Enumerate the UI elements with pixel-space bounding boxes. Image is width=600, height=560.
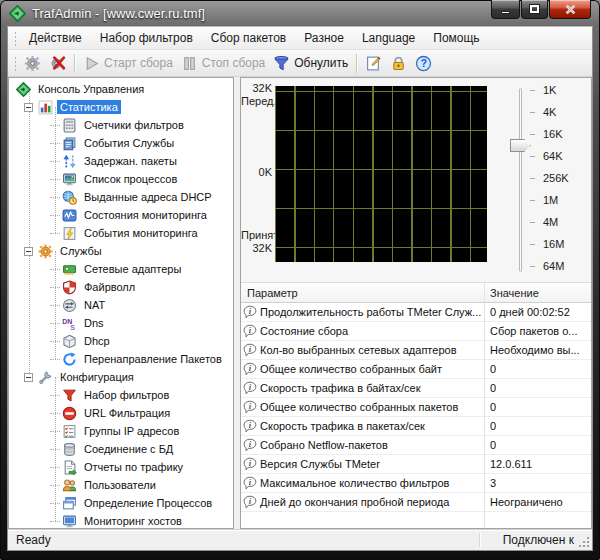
start-label: Старт сбора (104, 56, 173, 70)
client-area: ДействиеНабор фильтровСбор пакетовРазное… (7, 26, 593, 551)
scale-labels: 1K4K16K64K256K1M4M16M64M (541, 84, 585, 282)
tree-item-process-list[interactable]: Список процессов (9, 170, 233, 188)
menu-item-action[interactable]: Действие (20, 28, 91, 48)
tree-item-label: Сетевые адаптеры (81, 262, 184, 276)
param-cell: iСкорость трафика в байтах/сек (241, 381, 484, 395)
tree-item-users[interactable]: Пользователи (9, 476, 233, 494)
toolbar-reset-button[interactable]: Обнулить (269, 53, 352, 74)
toolbar-lock-button[interactable] (386, 53, 411, 74)
tree-connector (50, 179, 60, 180)
svg-text:?: ? (421, 58, 427, 69)
tree-item-console[interactable]: Консоль Управления (9, 80, 233, 98)
toolbar-editor-button[interactable] (361, 53, 386, 74)
tree-item-label: URL Фильтрация (81, 406, 173, 420)
menu-item-misc[interactable]: Разное (295, 28, 353, 48)
tree-item-label: NAT (81, 298, 108, 312)
expand-toggle-icon[interactable] (24, 247, 33, 256)
toolbar-settings-button[interactable] (20, 53, 45, 74)
toolbar-stop-button[interactable]: Стоп сбора (177, 53, 269, 74)
tree-item-delayed-packets[interactable]: Задержан. пакеты (9, 152, 233, 170)
table-row[interactable]: iСобрано Netflow-пакетов0 (241, 436, 591, 455)
tree-connector (50, 359, 60, 360)
tree-item-service-events[interactable]: События Службы (9, 134, 233, 152)
table-row[interactable]: iСостояние сбораСбор пакетов о... (241, 322, 591, 341)
tree-item-ip-groups[interactable]: Группы IP адресов (9, 422, 233, 440)
table-row[interactable]: iОбщее количество собранных байт0 (241, 360, 591, 379)
tree-item-label: Мониторинг хостов (81, 514, 185, 528)
tree-connector (50, 341, 60, 342)
table-row[interactable]: iОбщее количество собранных пакетов0 (241, 398, 591, 417)
table-row[interactable]: iСкорость трафика в байтах/сек0 (241, 379, 591, 398)
window-title: TrafAdmin - [www.cwer.ru.tmf] (32, 6, 205, 21)
close-button[interactable] (549, 0, 591, 19)
table-row[interactable]: iМаксимальное количество фильтров3 (241, 474, 591, 493)
tree-item-dns[interactable]: DNSDns (9, 314, 233, 332)
tree-item-host-monitoring[interactable]: Мониторинг хостов (9, 512, 233, 529)
tree-connector (50, 143, 60, 144)
tree-item-statistics[interactable]: Статистика (9, 98, 233, 116)
menu-item-filter-set[interactable]: Набор фильтров (91, 28, 202, 48)
column-header-value[interactable]: Значение (484, 287, 591, 299)
tree-item-label: Пользователи (81, 478, 159, 492)
toolbar-delete-button[interactable] (45, 53, 70, 74)
tree-item-url-filtering[interactable]: URL Фильтрация (9, 404, 233, 422)
tree-item-configuration[interactable]: Конфигурация (9, 368, 233, 386)
tree-connector (50, 233, 60, 234)
table-row[interactable]: iСкорость трафика в пакетах/сек0 (241, 417, 591, 436)
scale-slider-track[interactable] (519, 88, 522, 272)
table-row[interactable]: iВерсия Службы TMeter12.0.611 (241, 455, 591, 474)
tree-item-services[interactable]: Службы (9, 242, 233, 260)
tree-item-label: Состояния мониторинга (81, 208, 210, 222)
info-bubble-icon: i (243, 381, 257, 395)
tree-item-db-connection[interactable]: Соединение с БД (9, 440, 233, 458)
menu-item-language[interactable]: Language (353, 28, 424, 48)
expand-toggle-icon[interactable] (24, 103, 33, 112)
monitoring-states-icon (62, 208, 77, 223)
delayed-packets-icon (62, 154, 77, 169)
gear-icon (24, 55, 41, 72)
tree-item-traffic-reports[interactable]: Отчеты по трафику (9, 458, 233, 476)
column-header-param[interactable]: Параметр (241, 287, 484, 299)
tree-connector (50, 485, 60, 486)
tree-item-dhcp-leases[interactable]: Выданные адреса DHCP (9, 188, 233, 206)
tree-item-monitoring-events[interactable]: События мониторинга (9, 224, 233, 242)
tree-item-monitoring-states[interactable]: Состояния мониторинга (9, 206, 233, 224)
table-row[interactable]: iПродолжительность работы TMeter Служ...… (241, 303, 591, 322)
scale-label: 64K (543, 150, 563, 163)
table-row[interactable]: iДней до окончания пробной периодаНеогра… (241, 493, 591, 512)
resize-grip-icon[interactable] (577, 535, 590, 548)
tree-item-process-detection[interactable]: Определение Процессов (9, 494, 233, 512)
tree-item-label: Dhcp (81, 334, 113, 348)
tree-item-label: Выданные адреса DHCP (81, 190, 215, 204)
tree-item-dhcp[interactable]: Dhcp (9, 332, 233, 350)
tree-item-firewall[interactable]: Файрволл (9, 278, 233, 296)
toolbar-help-button[interactable]: ? (411, 53, 436, 74)
toolbar-separator (356, 54, 357, 73)
menubar-grip[interactable] (14, 31, 17, 46)
table-row[interactable]: iКол-во выбранных сетевых адаптеровНеобх… (241, 341, 591, 360)
lock-icon (390, 55, 407, 72)
scale-slider-thumb[interactable] (510, 139, 531, 152)
titlebar[interactable]: TrafAdmin - [www.cwer.ru.tmf] (7, 0, 593, 26)
toolbar-grip[interactable] (14, 56, 17, 71)
value-cell: 0 (484, 363, 591, 375)
minimize-button[interactable] (491, 0, 520, 19)
scale-label: 4M (543, 216, 558, 229)
toolbar-start-button[interactable]: Старт сбора (79, 53, 177, 74)
firewall-icon (62, 280, 77, 295)
menu-item-help[interactable]: Помощь (424, 28, 488, 48)
axis-transmit-value: 32K (241, 82, 272, 94)
toolbar-separator (74, 54, 75, 73)
tree-item-nat[interactable]: NAT (9, 296, 233, 314)
service-events-icon (62, 136, 77, 151)
window-controls (490, 0, 591, 19)
tree-item-network-adapters[interactable]: Сетевые адаптеры (9, 260, 233, 278)
reset-label: Обнулить (294, 56, 348, 70)
expand-toggle-icon[interactable] (24, 373, 33, 382)
tree-item-filter-set[interactable]: Набор фильтров (9, 386, 233, 404)
tree-item-packet-redirect[interactable]: Перенаправление Пакетов (9, 350, 233, 368)
maximize-button[interactable] (521, 0, 548, 19)
menu-item-packet-capture[interactable]: Сбор пакетов (202, 28, 295, 48)
tree-item-filter-counters[interactable]: Счетчики фильтров (9, 116, 233, 134)
axis-receive-caption: Принят (241, 229, 272, 241)
